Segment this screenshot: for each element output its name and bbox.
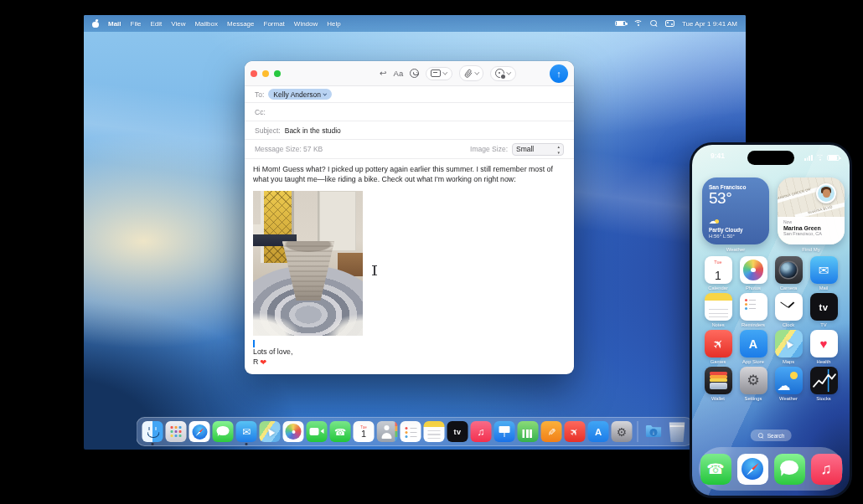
iphone-app-photos[interactable]: Photos [736, 256, 771, 291]
recipient-name: Kelly Anderson [273, 90, 321, 99]
menu-item-view[interactable]: View [171, 20, 185, 28]
dock-mail-icon[interactable] [236, 421, 257, 442]
iphone-app-app-store[interactable]: App Store [736, 330, 771, 364]
close-button[interactable] [251, 70, 257, 77]
image-size-select[interactable]: Small [512, 143, 564, 156]
findmy-info-panel: Now Marina Green San Francisco, CA [778, 217, 845, 244]
dock-maps-icon[interactable] [260, 421, 281, 442]
iphone-status-icons [804, 154, 840, 162]
dock-reminders-icon[interactable] [400, 421, 421, 442]
weather-temp: 53° [709, 190, 762, 208]
findmy-avatar [816, 183, 836, 203]
spotlight-search-icon[interactable] [650, 20, 658, 28]
iphone-app-stocks[interactable]: Stocks [806, 367, 841, 401]
weather-widget[interactable]: San Francisco 53° Partly Cloudy H:56° L:… [702, 177, 769, 244]
iphone-app-mail[interactable]: Mail [806, 256, 841, 291]
iphone-app-wallet[interactable]: Wallet [700, 367, 736, 401]
iphone-app-health[interactable]: Health [806, 330, 841, 364]
dock-finder-icon[interactable] [142, 421, 163, 442]
menu-item-edit[interactable]: Edit [150, 20, 162, 28]
wifi-icon[interactable] [633, 20, 643, 28]
to-recipient-pill[interactable]: Kelly Anderson [268, 89, 331, 100]
dock-downloads-icon[interactable] [643, 421, 664, 442]
control-center-icon[interactable] [665, 20, 674, 27]
dock-phone-icon[interactable] [330, 421, 351, 442]
stepper-icon [557, 143, 560, 155]
menu-item-window[interactable]: Window [294, 20, 318, 28]
iphone-app-maps[interactable]: Maps [771, 330, 806, 364]
dock-settings-icon[interactable] [612, 421, 633, 442]
search-pill[interactable]: Search [751, 429, 792, 441]
iphone-app-games[interactable]: Games [700, 330, 736, 364]
dock-music-icon[interactable] [471, 421, 492, 442]
dock-calendar-icon[interactable]: Tue 1 [354, 421, 375, 442]
findmy-place: Marina Green [783, 225, 839, 231]
iphone-app-calendar[interactable]: Tue 1 Calendar [700, 256, 736, 291]
menu-item-format[interactable]: Format [264, 20, 285, 28]
subject-field[interactable]: Subject: Back in the studio [245, 121, 574, 140]
dock-contacts-icon[interactable] [377, 421, 398, 442]
dock-messages-icon[interactable] [213, 421, 234, 442]
iphone-dock [699, 447, 843, 491]
apple-menu-icon[interactable] [92, 20, 99, 28]
iphone-app-notes[interactable]: Notes [700, 293, 736, 327]
dock-games-icon[interactable] [565, 421, 586, 442]
text-caret [253, 340, 255, 347]
dock-trash-icon[interactable] [667, 421, 688, 442]
clock-icon [775, 293, 803, 321]
dock: Tue 1 tv [137, 417, 694, 446]
menu-item-message[interactable]: Message [227, 20, 254, 28]
chevron-down-icon [323, 92, 327, 95]
image-size-label: Image Size: [470, 145, 508, 153]
iphone-app-weather[interactable]: Weather [771, 367, 806, 401]
iphone-app-reminders[interactable]: Reminders [736, 293, 771, 327]
dock-divider [638, 421, 638, 442]
iphone-app-tv[interactable]: tv TV [806, 293, 841, 327]
message-body[interactable]: Hi Mom! Guess what? I picked up pottery … [245, 159, 574, 367]
emoji-button[interactable] [410, 67, 419, 80]
menu-item-mail[interactable]: Mail [108, 20, 121, 28]
to-field[interactable]: To: Kelly Anderson [245, 86, 574, 103]
battery-icon[interactable] [615, 21, 626, 27]
dock-tv-icon[interactable]: tv [447, 421, 468, 442]
insert-media-button[interactable] [490, 66, 516, 81]
dock-safari-icon[interactable] [189, 421, 210, 442]
undo-button[interactable] [380, 67, 386, 80]
health-heart-icon [810, 330, 838, 357]
dock-launchpad-icon[interactable] [166, 421, 187, 442]
message-size-label: Message Size: 57 KB [255, 145, 323, 153]
iphone-app-settings[interactable]: Settings [736, 367, 771, 401]
cc-field[interactable]: Cc: [245, 103, 574, 121]
dock-facetime-icon[interactable] [307, 421, 328, 442]
mail-toolbar: Aa [245, 61, 574, 86]
format-button[interactable]: Aa [393, 67, 403, 80]
chevron-down-icon [443, 70, 447, 75]
menu-item-help[interactable]: Help [327, 20, 340, 28]
attach-button[interactable] [459, 65, 484, 81]
dock-numbers-icon[interactable] [518, 421, 539, 442]
dock-keynote-icon[interactable] [494, 421, 515, 442]
iphone-app-clock[interactable]: Clock [771, 293, 806, 327]
findmy-widget[interactable]: MARINA GREEN DR MARINA BLVD Now Marina G… [778, 177, 845, 244]
minimize-button[interactable] [262, 70, 269, 77]
dock-app-store-icon[interactable] [588, 421, 609, 442]
menu-item-file[interactable]: File [131, 20, 142, 28]
iphone-app-camera[interactable]: Camera [771, 256, 806, 291]
signal-icon [804, 155, 813, 161]
iphone-dock-phone-icon[interactable] [700, 454, 731, 485]
dock-photos-icon[interactable] [283, 421, 304, 442]
pottery-photo[interactable] [253, 191, 363, 336]
subject-value: Back in the studio [285, 126, 341, 135]
iphone-dock-safari-icon[interactable] [737, 454, 768, 485]
dock-notes-icon[interactable] [424, 421, 445, 442]
weather-condition: Partly Cloudy [709, 227, 762, 233]
dock-pages-icon[interactable] [541, 421, 562, 442]
send-button[interactable] [550, 64, 568, 83]
iphone-dock-messages-icon[interactable] [774, 454, 805, 485]
iphone-dock-music-icon[interactable] [811, 454, 842, 485]
header-fields-button[interactable] [426, 67, 452, 80]
menu-item-mailbox[interactable]: Mailbox [194, 20, 218, 28]
insert-media-icon [495, 69, 504, 78]
zoom-button[interactable] [274, 70, 281, 77]
menu-clock[interactable]: Tue Apr 1 9:41 AM [682, 20, 737, 28]
